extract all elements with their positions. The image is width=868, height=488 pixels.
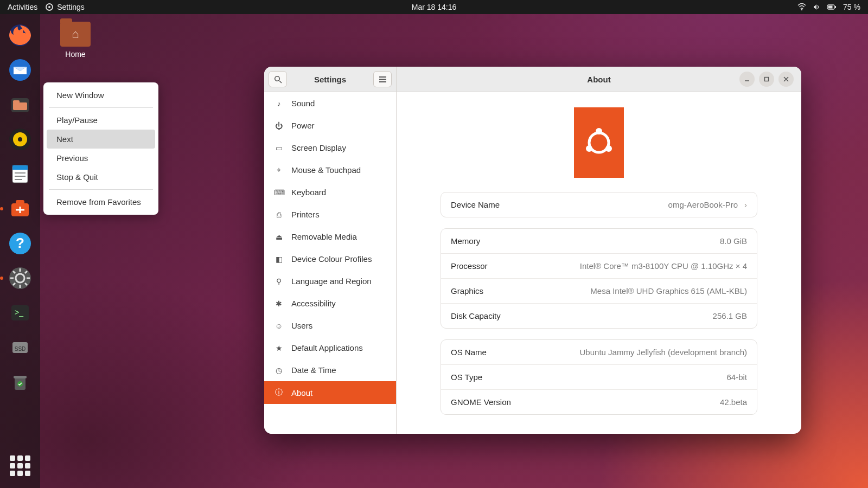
category-icon: ⏻ xyxy=(274,121,284,130)
sidebar-item-sound[interactable]: ♪Sound xyxy=(264,92,396,114)
maximize-button[interactable] xyxy=(759,72,774,87)
show-apps-button[interactable] xyxy=(7,452,34,479)
svg-point-52 xyxy=(605,145,612,152)
wifi-icon[interactable] xyxy=(797,3,806,11)
svg-rect-10 xyxy=(13,100,20,104)
category-icon: ☺ xyxy=(274,322,284,330)
info-row: Memory8.0 GiB xyxy=(441,229,757,253)
gear-icon xyxy=(45,3,54,11)
hardware-card: Memory8.0 GiBProcessorIntel® Core™ m3-81… xyxy=(441,228,757,329)
dock-context-menu: New WindowPlay/PauseNextPreviousStop & Q… xyxy=(43,82,158,215)
category-icon: ◧ xyxy=(274,255,284,264)
info-row: GNOME Version42.beta xyxy=(441,389,757,414)
row-value: Ubuntu Jammy Jellyfish (development bran… xyxy=(580,348,747,357)
desktop-folder-label: Home xyxy=(56,50,94,59)
settings-sidebar[interactable]: ♪Sound⏻Power▭Screen Display⌖Mouse & Touc… xyxy=(264,92,397,434)
close-button[interactable] xyxy=(778,72,794,87)
row-label: GNOME Version xyxy=(451,397,511,407)
dock-item-files[interactable] xyxy=(7,91,34,118)
sidebar-item-screen-display[interactable]: ▭Screen Display xyxy=(264,137,396,159)
sidebar-item-accessibility[interactable]: ✱Accessibility xyxy=(264,292,396,314)
dock-item-rhythmbox[interactable] xyxy=(7,126,34,153)
dock-item-trash[interactable] xyxy=(7,369,34,396)
software-card: OS NameUbuntu Jammy Jellyfish (developme… xyxy=(441,339,757,415)
context-menu-item[interactable]: Remove from Favorites xyxy=(47,192,155,211)
svg-text:?: ? xyxy=(16,235,24,251)
row-value: Intel® Core™ m3-8100Y CPU @ 1.10GHz × 4 xyxy=(580,261,747,271)
sidebar-item-language-and-region[interactable]: ⚲Language and Region xyxy=(264,270,396,292)
dock-item-drive[interactable]: SSD xyxy=(7,334,34,361)
svg-rect-4 xyxy=(828,6,833,9)
sidebar-item-label: Power xyxy=(291,121,315,130)
activities-button[interactable]: Activities xyxy=(8,3,37,11)
sidebar-item-label: Screen Display xyxy=(291,143,346,152)
sidebar-item-default-applications[interactable]: ★Default Applications xyxy=(264,337,396,359)
context-menu-item[interactable]: Previous xyxy=(47,149,155,168)
svg-rect-5 xyxy=(835,6,836,8)
sidebar-item-users[interactable]: ☺Users xyxy=(264,314,396,337)
svg-text:SSD: SSD xyxy=(15,346,26,352)
dock-item-firefox[interactable] xyxy=(7,22,34,49)
svg-point-1 xyxy=(48,6,50,8)
sidebar-item-power[interactable]: ⏻Power xyxy=(264,114,396,137)
device-name-row[interactable]: Device Name omg-AeroBook-Pro › xyxy=(441,192,757,217)
info-row: GraphicsMesa Intel® UHD Graphics 615 (AM… xyxy=(441,278,757,303)
volume-icon[interactable] xyxy=(813,3,820,11)
category-icon: ⚲ xyxy=(274,277,284,286)
sidebar-item-device-colour-profiles[interactable]: ◧Device Colour Profiles xyxy=(264,248,396,270)
content-header: About xyxy=(397,67,801,92)
row-value: 64-bit xyxy=(726,373,747,382)
category-icon: ⏏ xyxy=(274,233,284,241)
dock-item-libreoffice-writer[interactable] xyxy=(7,160,34,188)
dock: ?>_SSD xyxy=(0,14,40,488)
svg-line-41 xyxy=(279,81,282,83)
dock-item-thunderbird[interactable] xyxy=(7,56,34,84)
info-row: Disk Capacity256.1 GB xyxy=(441,303,757,328)
sidebar-item-label: Default Applications xyxy=(291,343,363,352)
category-icon: ⌨ xyxy=(274,188,284,197)
context-menu-item[interactable]: Play/Pause xyxy=(47,111,155,130)
info-row: OS Type64-bit xyxy=(441,364,757,389)
hamburger-menu-button[interactable] xyxy=(373,71,392,87)
dock-item-help[interactable]: ? xyxy=(7,230,34,257)
minimize-button[interactable] xyxy=(739,72,755,87)
sidebar-item-label: Accessibility xyxy=(291,299,336,308)
device-name-card: Device Name omg-AeroBook-Pro › xyxy=(441,192,757,217)
sidebar-item-printers[interactable]: ⎙Printers xyxy=(264,203,396,226)
battery-icon[interactable] xyxy=(827,4,837,10)
row-value: 42.beta xyxy=(720,397,747,407)
search-button[interactable] xyxy=(269,71,287,87)
clock[interactable]: Mar 18 14:16 xyxy=(412,3,457,11)
app-menu-label[interactable]: Settings xyxy=(57,3,85,11)
sidebar-item-keyboard[interactable]: ⌨Keyboard xyxy=(264,181,396,203)
sidebar-item-mouse-touchpad[interactable]: ⌖Mouse & Touchpad xyxy=(264,159,396,181)
sidebar-item-about[interactable]: ⓘAbout xyxy=(264,381,396,404)
svg-text:>_: >_ xyxy=(15,308,23,317)
sidebar-item-removable-media[interactable]: ⏏Removable Media xyxy=(264,226,396,248)
row-label: OS Name xyxy=(451,348,487,357)
desktop-folder-home[interactable]: ⌂ Home xyxy=(56,22,94,59)
svg-rect-46 xyxy=(765,78,769,81)
context-menu-item[interactable]: New Window xyxy=(47,86,155,105)
row-value: Mesa Intel® UHD Graphics 615 (AML-KBL) xyxy=(590,286,747,296)
svg-rect-20 xyxy=(16,200,24,206)
row-label: Memory xyxy=(451,236,480,246)
dock-item-ubuntu-software[interactable] xyxy=(7,195,34,222)
sidebar-item-label: About xyxy=(291,388,312,397)
category-icon: ◷ xyxy=(274,366,284,375)
row-label: OS Type xyxy=(451,373,482,382)
dock-item-terminal[interactable]: >_ xyxy=(7,299,34,326)
chevron-right-icon: › xyxy=(744,200,747,209)
settings-window: Settings About ♪Sound⏻Power▭Screen Displ… xyxy=(264,67,801,434)
context-menu-item[interactable]: Stop & Quit xyxy=(47,168,155,187)
sidebar-item-date-time[interactable]: ◷Date & Time xyxy=(264,359,396,381)
dock-item-system-settings[interactable] xyxy=(7,265,34,292)
context-menu-item[interactable]: Next xyxy=(47,130,155,149)
category-icon: ♪ xyxy=(274,99,284,108)
svg-point-50 xyxy=(596,128,602,134)
sidebar-item-label: Sound xyxy=(291,99,315,108)
row-label: Graphics xyxy=(451,286,483,296)
svg-rect-38 xyxy=(14,376,27,378)
sidebar-header: Settings xyxy=(264,67,397,92)
top-bar: Activities Settings Mar 18 14:16 75 % xyxy=(0,0,868,14)
